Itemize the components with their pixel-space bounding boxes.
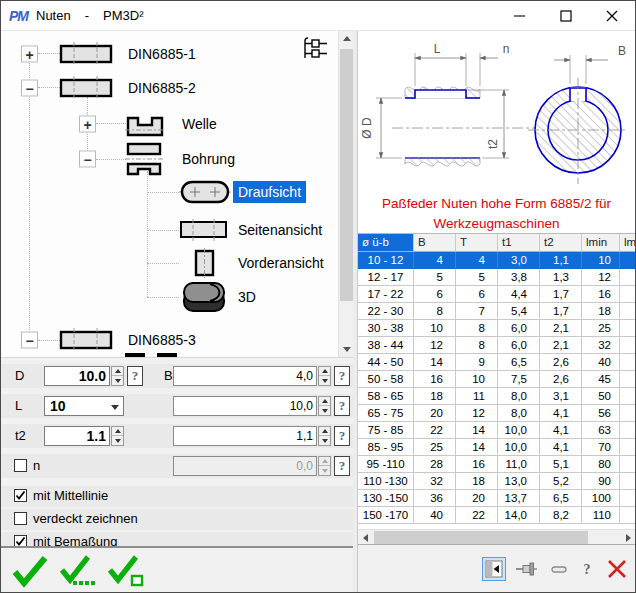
side-view-rect-icon <box>179 219 229 241</box>
help-button[interactable]: ? <box>334 366 350 386</box>
d-input[interactable]: 10.0 <box>44 366 110 386</box>
apply-continue-button[interactable] <box>59 553 101 589</box>
column-header[interactable]: lmin <box>582 234 620 252</box>
table-row[interactable]: 38 - 441286,02,132 <box>358 337 636 354</box>
collapse-panel-button[interactable] <box>482 557 506 581</box>
tree-item-label[interactable]: DIN6885-1 <box>123 43 201 65</box>
apply-button[interactable] <box>11 553 53 589</box>
table-row[interactable]: 110 -130321813,05,290 <box>358 473 636 490</box>
n-checkbox[interactable] <box>14 459 27 472</box>
table-row[interactable]: 50 - 5816107,52,645 <box>358 371 636 388</box>
column-header[interactable]: t1 <box>498 234 540 252</box>
column-header[interactable]: T <box>456 234 498 252</box>
verdeckt-zeichnen-checkbox[interactable] <box>14 512 27 525</box>
tree-item-label[interactable]: Welle <box>177 113 222 135</box>
table-row[interactable]: 12 - 17553,81,312 <box>358 269 636 286</box>
table-row[interactable]: 95 -110281611,05,180 <box>358 456 636 473</box>
l-combobox[interactable]: 10 <box>44 396 124 416</box>
table-row[interactable]: 85 - 95251410,04,170 <box>358 439 636 456</box>
spin-up-button[interactable] <box>319 367 330 376</box>
spinner-control[interactable] <box>318 396 331 416</box>
tree-item-label[interactable]: DIN6885-3 <box>123 329 201 351</box>
param-value-input[interactable]: 10,0 <box>173 396 317 416</box>
tree-item-label[interactable]: Bohrung <box>177 148 240 170</box>
column-header[interactable]: lma <box>620 234 636 252</box>
spinner-control[interactable] <box>318 426 331 446</box>
help-button[interactable]: ? <box>127 366 143 386</box>
tree-item-label[interactable]: Seitenansicht <box>233 219 327 241</box>
pin-button[interactable] <box>513 558 541 580</box>
table-row[interactable]: 44 - 501496,52,640 <box>358 354 636 371</box>
table-row[interactable]: 75 - 85221410,04,163 <box>358 422 636 439</box>
table-cell: 100 <box>582 490 620 507</box>
spin-up-button[interactable] <box>319 397 330 406</box>
column-header[interactable]: B <box>414 234 456 252</box>
param-value-input[interactable]: 1,1 <box>173 426 317 446</box>
spin-down-button[interactable] <box>319 376 330 385</box>
mit-mittellinie-checkbox[interactable] <box>14 489 27 502</box>
tree-expander[interactable]: − <box>79 151 96 168</box>
column-header[interactable]: t2 <box>540 234 582 252</box>
spinner-control <box>318 456 331 476</box>
spin-up-button[interactable] <box>319 457 330 466</box>
table-cell <box>620 507 636 524</box>
scroll-left-button[interactable] <box>358 530 373 545</box>
scroll-thumb[interactable] <box>374 531 588 544</box>
table-row[interactable]: 17 - 22664,41,716 <box>358 286 636 303</box>
spinner-control[interactable] <box>318 366 331 386</box>
param-row: n0,0? <box>1 454 353 478</box>
tree-item-label[interactable]: 3D <box>233 286 261 308</box>
param-value-input[interactable]: 4,0 <box>173 366 317 386</box>
table-row[interactable]: 150 -170402214,08,2110 <box>358 507 636 524</box>
help-button[interactable]: ? <box>578 558 596 580</box>
table-row[interactable]: 30 - 381086,02,125 <box>358 320 636 337</box>
tree-item-draufsicht: Draufsicht <box>1 177 353 207</box>
table-cell: 1,1 <box>540 252 582 269</box>
spin-up-button[interactable] <box>112 427 123 436</box>
tree-item-label[interactable]: Vorderansicht <box>233 252 329 274</box>
column-header[interactable]: ø ü-b <box>358 234 414 252</box>
apply-new-button[interactable] <box>107 553 149 589</box>
table-row[interactable]: 65 - 7520128,04,156 <box>358 405 636 422</box>
table-cell <box>620 303 636 320</box>
table-row[interactable]: 58 - 6518118,03,150 <box>358 388 636 405</box>
dim-label-t2: t2 <box>486 139 500 149</box>
cancel-button[interactable] <box>603 556 631 582</box>
maximize-button[interactable] <box>543 1 589 31</box>
t2-input[interactable]: 1.1 <box>44 426 110 446</box>
help-button[interactable]: ? <box>334 456 350 476</box>
table-cell: 75 - 85 <box>358 422 414 439</box>
spin-down-button[interactable] <box>112 376 123 385</box>
spin-down-button[interactable] <box>319 436 330 445</box>
tree-expander[interactable]: − <box>21 80 38 97</box>
param-label: t2 <box>15 424 26 448</box>
param-row: D10.0?B4,0? <box>1 364 353 388</box>
spin-down-button[interactable] <box>319 466 330 475</box>
spin-up-button[interactable] <box>112 367 123 376</box>
table-cell: 56 <box>582 405 620 422</box>
spin-down-button[interactable] <box>112 436 123 445</box>
spinner-control[interactable] <box>111 426 124 446</box>
table-row[interactable]: 10 - 12443,01,110 <box>358 252 636 269</box>
table-horizontal-scrollbar[interactable] <box>358 529 636 544</box>
tree-item-label[interactable]: DIN6885-2 <box>123 77 201 99</box>
tree-expander[interactable]: + <box>79 116 96 133</box>
tree-item-label[interactable]: Draufsicht <box>233 181 306 203</box>
table-cell: 18 <box>456 473 498 490</box>
minimize-button[interactable] <box>497 1 543 31</box>
table-cell: 4,1 <box>540 422 582 439</box>
spin-up-button[interactable] <box>319 427 330 436</box>
table-row[interactable]: 22 - 30875,41,718 <box>358 303 636 320</box>
tree-expander[interactable]: + <box>21 46 38 63</box>
help-button[interactable]: ? <box>334 426 350 446</box>
dim-label-B: B <box>618 44 626 58</box>
table-row[interactable]: 130 -150362013,76,5100 <box>358 490 636 507</box>
param-value-input[interactable]: 0,0 <box>173 456 317 476</box>
scroll-right-button[interactable] <box>621 530 636 545</box>
spinner-control[interactable] <box>111 366 124 386</box>
spin-down-button[interactable] <box>319 406 330 415</box>
close-button[interactable] <box>589 1 635 31</box>
minimize-panel-button[interactable] <box>548 560 571 578</box>
help-button[interactable]: ? <box>334 396 350 416</box>
tree-expander[interactable]: − <box>21 332 38 349</box>
